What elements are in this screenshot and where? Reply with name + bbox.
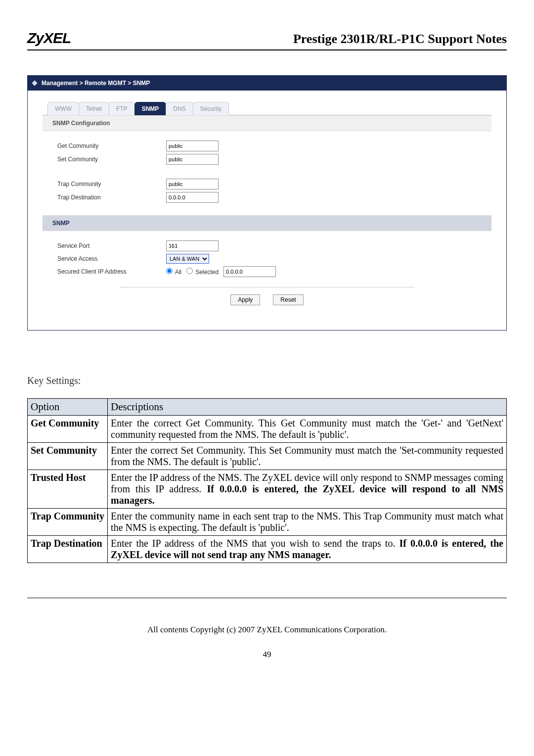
- radio-selected-wrap[interactable]: Selected: [186, 268, 219, 276]
- divider: [120, 287, 414, 287]
- label-trap-community: Trap Community: [57, 181, 166, 188]
- section-snmp-config: SNMP Configuration: [43, 115, 491, 131]
- row-set-community-option: Set Community: [28, 443, 108, 470]
- row-trap-destination-desc: Enter the IP address of the NMS that you…: [108, 536, 507, 563]
- row-trusted-host-desc: Enter the IP address of the NMS. The ZyX…: [108, 470, 507, 509]
- doc-title: Prestige 2301R/RL-P1C Support Notes: [293, 32, 507, 47]
- radio-all-wrap[interactable]: All: [166, 268, 181, 276]
- page-number: 49: [27, 650, 507, 660]
- row-trap-destination-option: Trap Destination: [28, 536, 108, 563]
- config-screenshot: Management > Remote MGMT > SNMP WWW Teln…: [27, 75, 507, 331]
- tab-bar: WWW Telnet FTP SNMP DNS Security: [43, 101, 491, 115]
- row-get-community-desc: Enter the correct Get Community. This Ge…: [108, 416, 507, 443]
- settings-table: Option Descriptions Get Community Enter …: [27, 398, 507, 563]
- input-trap-community[interactable]: [166, 179, 219, 189]
- tab-telnet[interactable]: Telnet: [79, 102, 109, 115]
- radio-all-label: All: [175, 269, 181, 276]
- th-desc: Descriptions: [108, 399, 507, 416]
- input-set-community[interactable]: [166, 154, 219, 165]
- breadcrumb: Management > Remote MGMT > SNMP: [28, 76, 506, 91]
- copyright: All contents Copyright (c) 2007 ZyXEL Co…: [27, 598, 507, 635]
- tab-ftp[interactable]: FTP: [109, 102, 135, 115]
- section-snmp: SNMP: [43, 215, 491, 231]
- label-trap-destination: Trap Destination: [57, 194, 166, 201]
- row-trusted-host-option: Trusted Host: [28, 470, 108, 509]
- tab-security[interactable]: Security: [193, 102, 229, 115]
- tab-dns[interactable]: DNS: [166, 102, 193, 115]
- breadcrumb-text: Management > Remote MGMT > SNMP: [42, 80, 150, 87]
- diamond-icon: [32, 80, 37, 86]
- label-service-port: Service Port: [57, 242, 166, 249]
- radio-all[interactable]: [166, 268, 173, 274]
- input-trap-destination[interactable]: [166, 192, 219, 203]
- radio-selected-label: Selected: [195, 269, 219, 276]
- th-option: Option: [28, 399, 108, 416]
- radio-selected[interactable]: [186, 268, 193, 274]
- reset-button[interactable]: Reset: [273, 294, 303, 305]
- input-get-community[interactable]: [166, 141, 219, 151]
- key-settings-heading: Key Settings:: [27, 375, 507, 386]
- label-secured-ip: Secured Client IP Address: [57, 268, 166, 275]
- logo: ZyXEL: [27, 30, 71, 47]
- input-service-port[interactable]: [166, 240, 219, 251]
- apply-button[interactable]: Apply: [230, 294, 260, 305]
- row-trap-community-option: Trap Community: [28, 509, 108, 536]
- tab-www[interactable]: WWW: [47, 102, 79, 115]
- input-secured-ip[interactable]: [223, 266, 276, 277]
- select-service-access[interactable]: LAN & WAN: [166, 254, 209, 264]
- label-service-access: Service Access: [57, 255, 166, 262]
- label-get-community: Get Community: [57, 142, 166, 149]
- row-trap-community-desc: Enter the community name in each sent tr…: [108, 509, 507, 536]
- label-set-community: Set Community: [57, 156, 166, 163]
- row-set-community-desc: Enter the correct Set Community. This Se…: [108, 443, 507, 470]
- row-get-community-option: Get Community: [28, 416, 108, 443]
- tab-snmp[interactable]: SNMP: [134, 102, 167, 115]
